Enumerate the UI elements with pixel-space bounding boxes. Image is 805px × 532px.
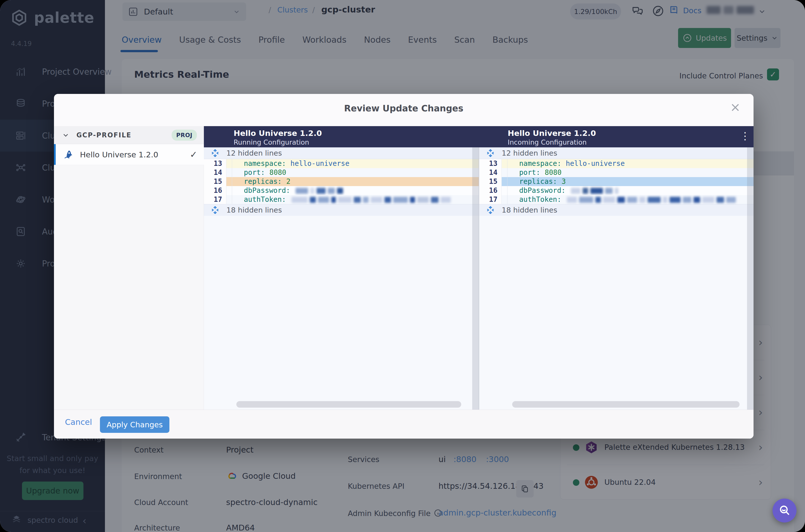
close-icon[interactable]: × — [730, 101, 741, 113]
code-line: 17 authToken: — [479, 195, 753, 204]
unfold-icon[interactable] — [210, 205, 220, 215]
hidden-lines-row[interactable]: 12 hidden lines — [479, 147, 753, 159]
assistant-fab-button[interactable] — [772, 498, 797, 522]
unfold-icon[interactable] — [486, 205, 495, 215]
redacted-value — [567, 196, 736, 203]
yaml-value: 2 — [286, 177, 291, 186]
check-icon: ✓ — [190, 149, 198, 159]
line-number: 16 — [204, 186, 226, 195]
yaml-key: replicas: — [519, 177, 557, 186]
yaml-key: dbPassword: — [244, 186, 290, 194]
rocket-icon — [63, 149, 74, 160]
vertical-scrollbar[interactable] — [472, 147, 479, 410]
code-line: 14 port:8080 — [204, 168, 479, 177]
profile-pack-name: Hello Universe 1.2.0 — [80, 150, 190, 159]
line-number: 14 — [479, 168, 502, 177]
diff-code-area: 12 hidden lines 13 namespace:hello-unive… — [204, 147, 753, 410]
yaml-value: hello-universe — [291, 159, 350, 168]
line-number: 16 — [479, 186, 502, 195]
horizontal-scrollbar[interactable] — [512, 401, 740, 407]
line-number: 17 — [479, 195, 502, 204]
code-line: 14 port:8080 — [479, 168, 753, 177]
yaml-key: replicas: — [244, 177, 282, 186]
incoming-config-title: Hello Universe 1.2.0 Incoming Configurat… — [508, 128, 596, 147]
yaml-value: hello-universe — [566, 159, 625, 168]
screen: palette 4.4.19 Project Overview Profiles… — [0, 0, 805, 532]
hidden-lines-row[interactable]: 18 hidden lines — [479, 204, 753, 216]
yaml-key: namespace: — [519, 159, 561, 168]
code-line: 16 dbPassword: — [204, 186, 479, 195]
hidden-lines-row[interactable]: 18 hidden lines — [204, 204, 479, 216]
yaml-value: 8080 — [269, 168, 286, 176]
unfold-icon[interactable] — [210, 148, 220, 158]
line-number: 14 — [204, 168, 226, 177]
horizontal-scrollbar[interactable] — [236, 401, 461, 407]
yaml-key: authToken: — [519, 195, 561, 204]
modal-profile-panel: GCP-PROFILE PROJ Hello Universe 1.2.0 ✓ — [54, 126, 204, 410]
yaml-value: 8080 — [545, 168, 561, 176]
yaml-key: port: — [519, 168, 540, 176]
yaml-key: dbPassword: — [519, 186, 565, 194]
line-number: 13 — [479, 159, 502, 168]
kebab-menu-icon[interactable]: ⋮ — [740, 130, 750, 141]
diff-pane-incoming: 12 hidden lines 13 namespace:hello-unive… — [479, 147, 753, 410]
vertical-scrollbar[interactable] — [747, 147, 753, 410]
line-number: 13 — [204, 159, 226, 168]
unfold-icon[interactable] — [486, 148, 495, 158]
line-number: 15 — [204, 177, 226, 186]
code-line-changed: 15 replicas:3 — [479, 177, 753, 186]
redacted-value — [296, 188, 343, 194]
apply-changes-button[interactable]: Apply Changes — [100, 416, 169, 433]
code-line: 16 dbPassword: — [479, 186, 753, 195]
search-smile-icon — [778, 504, 791, 517]
redacted-value — [292, 196, 451, 203]
chevron-down-icon — [61, 131, 70, 139]
line-number: 17 — [204, 195, 226, 204]
code-line: 17 authToken: — [204, 195, 479, 204]
redacted-value — [571, 188, 618, 194]
diff-header: Hello Universe 1.2.0 Running Configurati… — [204, 126, 753, 147]
code-line: 13 namespace:hello-universe — [479, 159, 753, 168]
yaml-value: 3 — [562, 177, 566, 186]
profile-pack-item[interactable]: Hello Universe 1.2.0 ✓ — [54, 144, 204, 165]
yaml-key: port: — [244, 168, 265, 176]
diff-pane-running: 12 hidden lines 13 namespace:hello-unive… — [204, 147, 479, 410]
line-number: 15 — [479, 177, 502, 186]
yaml-key: namespace: — [244, 159, 286, 168]
yaml-key: authToken: — [244, 195, 286, 204]
code-line: 13 namespace:hello-universe — [204, 159, 479, 168]
running-config-title: Hello Universe 1.2.0 Running Configurati… — [233, 128, 322, 147]
code-line-changed: 15 replicas:2 — [204, 177, 479, 186]
modal-footer: Cancel Apply Changes — [54, 410, 753, 439]
profile-group-header[interactable]: GCP-PROFILE PROJ — [54, 126, 204, 144]
selected-indicator — [54, 144, 56, 165]
profile-group-name: GCP-PROFILE — [76, 131, 172, 139]
modal-title: Review Update Changes — [54, 103, 753, 113]
cancel-button[interactable]: Cancel — [65, 417, 92, 427]
scope-badge: PROJ — [172, 130, 197, 140]
review-update-changes-modal: Review Update Changes × GCP-PROFILE PROJ… — [54, 94, 753, 439]
hidden-lines-row[interactable]: 12 hidden lines — [204, 147, 479, 159]
